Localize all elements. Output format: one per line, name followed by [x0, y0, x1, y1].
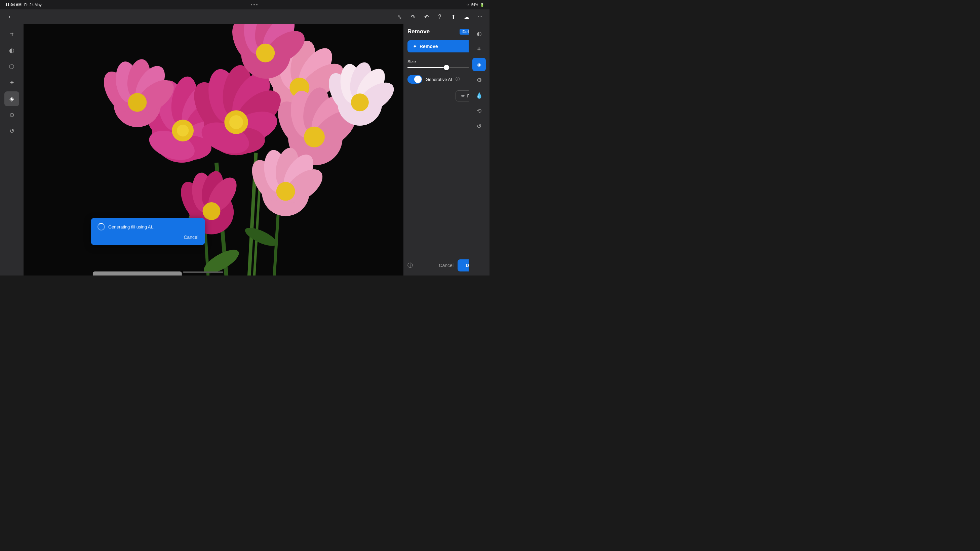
- status-bar-right: ✈ 54% 🔋: [467, 3, 484, 7]
- redo-button[interactable]: ↷: [407, 11, 418, 22]
- status-bar: 11:04 AM Fri 24 May ✈ 54% 🔋: [0, 0, 490, 10]
- bottom-indicator: [183, 272, 223, 273]
- battery-indicator: 54%: [471, 3, 478, 7]
- crop-right-tool[interactable]: ⌗: [473, 42, 486, 56]
- dot2: [253, 4, 255, 5]
- toast-content: Generating fill using AI...: [97, 223, 198, 230]
- generating-text: Generating fill using AI...: [108, 224, 156, 229]
- curves-tool[interactable]: ⟲: [473, 104, 486, 118]
- svg-point-72: [203, 202, 221, 220]
- status-date: Fri 24 May: [24, 3, 42, 7]
- dot3: [256, 4, 258, 5]
- top-toolbar: ‹ ⤡ ↷ ↶ ? ⬆ ☁ ···: [0, 10, 490, 24]
- color-tool[interactable]: 💧: [473, 89, 486, 102]
- size-label: Size: [407, 59, 416, 64]
- svg-point-52: [256, 44, 275, 62]
- help-button[interactable]: ?: [434, 11, 445, 22]
- info-icon[interactable]: ⓘ: [455, 76, 460, 82]
- history-right-tool[interactable]: ↺: [473, 120, 486, 133]
- back-button[interactable]: ‹: [4, 11, 15, 22]
- remove-button-label: Remove: [420, 44, 438, 49]
- toast-cancel-button[interactable]: Cancel: [97, 235, 198, 240]
- svg-point-66: [128, 93, 146, 112]
- expand-button[interactable]: ⤡: [394, 11, 405, 22]
- slider-thumb[interactable]: [444, 65, 449, 70]
- loading-spinner: [97, 223, 105, 230]
- generative-ai-toggle[interactable]: [407, 75, 422, 84]
- status-bar-left: 11:04 AM Fri 24 May: [5, 3, 42, 7]
- adjustments-tool[interactable]: ◐: [473, 27, 486, 40]
- svg-point-38: [229, 115, 243, 129]
- svg-point-45: [304, 127, 325, 148]
- refine-icon: ✏: [461, 94, 465, 98]
- battery-icon: 🔋: [480, 3, 484, 7]
- heal-right-tool[interactable]: ◈: [473, 58, 486, 71]
- detail-tool[interactable]: ⚙: [473, 73, 486, 87]
- cloud-button[interactable]: ☁: [461, 11, 472, 22]
- generative-ai-label: Generative AI: [426, 77, 452, 82]
- remove-tool[interactable]: ◈: [4, 91, 19, 106]
- share-button[interactable]: ⬆: [448, 11, 458, 22]
- crop-tool[interactable]: ⌗: [4, 27, 19, 42]
- toolbar-right: ⤡ ↷ ↶ ? ⬆ ☁ ···: [394, 11, 485, 22]
- svg-point-59: [351, 94, 369, 111]
- dot1: [251, 4, 252, 5]
- svg-point-20: [177, 125, 189, 137]
- redeye-tool[interactable]: ⊙: [4, 108, 19, 122]
- slider-fill: [407, 67, 447, 68]
- toolbar-left: ‹: [4, 11, 15, 22]
- far-right-toolbar: ◐ ⌗ ◈ ⚙ 💧 ⟲ ↺: [469, 24, 490, 275]
- filter-tool[interactable]: ⬡: [4, 59, 19, 74]
- bottom-bar: [24, 269, 383, 275]
- panel-cancel-button[interactable]: Cancel: [435, 260, 458, 271]
- main-area: ⌗ ◐ ⬡ ✦ ◈ ⊙ ↺: [0, 24, 469, 275]
- status-bar-center: [251, 4, 258, 5]
- panel-title: Remove: [407, 28, 430, 35]
- photo-canvas[interactable]: B&B Generating fill using AI... Cancel: [24, 24, 469, 275]
- ai-generating-toast: Generating fill using AI... Cancel: [91, 218, 205, 245]
- left-toolbar: ⌗ ◐ ⬡ ✦ ◈ ⊙ ↺: [0, 24, 24, 275]
- more-button[interactable]: ···: [475, 11, 485, 22]
- heal-tool[interactable]: ✦: [4, 75, 19, 90]
- status-time: 11:04 AM: [5, 3, 22, 7]
- canvas-area[interactable]: B&B Generating fill using AI... Cancel: [24, 24, 469, 275]
- undo-button[interactable]: ↶: [421, 11, 432, 22]
- bottom-info-icon[interactable]: ⓘ: [407, 262, 413, 269]
- svg-point-79: [276, 182, 295, 201]
- history-tool[interactable]: ↺: [4, 124, 19, 138]
- toggle-knob: [414, 76, 422, 83]
- adjust-tool[interactable]: ◐: [4, 43, 19, 58]
- airplane-icon: ✈: [467, 3, 469, 7]
- remove-icon: ✦: [413, 44, 417, 49]
